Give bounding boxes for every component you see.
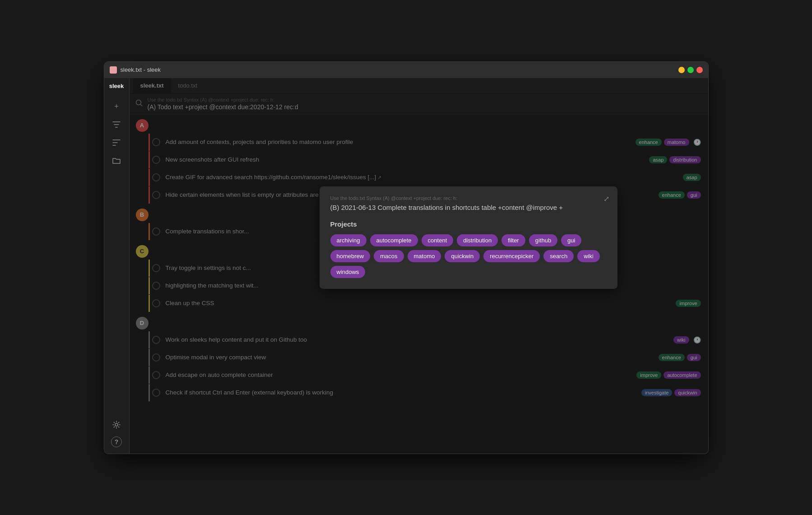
modal-tag-distribution[interactable]: distribution [457,234,498,246]
help-icon[interactable]: ? [111,436,122,447]
titlebar-controls [678,67,703,73]
modal-tag-github[interactable]: github [529,234,557,246]
modal-tag-content[interactable]: content [422,234,454,246]
content-area: sleek.txt todo.txt Use the todo.txt Synt… [130,78,708,454]
modal-tags: archiving autocomplete content distribut… [330,234,607,278]
app-window: sleek.txt - sleek sleek ＋ [104,61,709,454]
sidebar: sleek ＋ [104,78,130,454]
filter-icon[interactable] [108,116,125,133]
modal-tag-search[interactable]: search [543,250,574,262]
sidebar-bottom: ? [108,417,125,449]
app-icon [110,66,117,74]
modal-hint: Use the todo.txt Syntax (A) @context +pr… [330,195,607,201]
modal: Use the todo.txt Syntax (A) @context +pr… [320,186,617,289]
modal-section-title: Projects [330,220,607,228]
modal-tag-homebrew[interactable]: homebrew [330,250,371,262]
modal-tag-wiki[interactable]: wiki [577,250,600,262]
maximize-button[interactable] [687,67,694,73]
modal-tag-archiving[interactable]: archiving [330,234,367,246]
folder-icon[interactable] [108,153,125,169]
modal-tag-recurrencepicker[interactable]: recurrencepicker [483,250,540,262]
svg-point-0 [115,423,118,426]
modal-tag-macos[interactable]: macos [374,250,404,262]
modal-tag-gui[interactable]: gui [561,234,581,246]
sort-icon[interactable] [108,135,125,151]
modal-tag-filter[interactable]: filter [501,234,525,246]
modal-todo-text: (B) 2021-06-13 Complete translations in … [330,204,607,211]
minimize-button[interactable] [678,67,685,73]
main-layout: sleek ＋ [104,78,708,454]
modal-tag-windows[interactable]: windows [330,266,366,278]
modal-tag-matomo[interactable]: matomo [408,250,441,262]
sidebar-logo: sleek [109,83,124,89]
modal-tag-autocomplete[interactable]: autocomplete [370,234,418,246]
close-button[interactable] [696,67,703,73]
titlebar: sleek.txt - sleek [104,62,708,78]
titlebar-title: sleek.txt - sleek [121,66,161,73]
modal-expand-button[interactable]: ⤢ [603,195,609,203]
modal-overlay[interactable]: Use the todo.txt Syntax (A) @context +pr… [130,78,708,454]
modal-tag-quickwin[interactable]: quickwin [445,250,480,262]
plus-icon[interactable]: ＋ [108,98,125,115]
titlebar-left: sleek.txt - sleek [110,66,161,74]
settings-icon[interactable] [108,417,125,433]
